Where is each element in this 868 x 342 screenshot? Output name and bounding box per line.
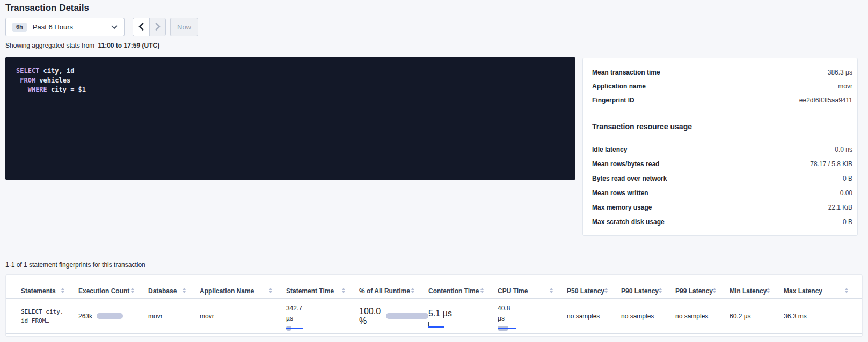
percent-unit: % bbox=[359, 316, 381, 326]
summary-value: 0 B bbox=[843, 218, 852, 226]
column-header-p50-latency[interactable]: P50 Latency bbox=[567, 287, 621, 298]
column-header-max-latency[interactable]: Max Latency bbox=[784, 287, 862, 298]
column-header-p99-latency[interactable]: P99 Latency bbox=[675, 287, 730, 298]
summary-label: Max memory usage bbox=[592, 204, 652, 211]
column-header-label: CPU Time bbox=[498, 287, 528, 298]
percent-bar bbox=[386, 313, 428, 319]
sort-up-arrow bbox=[342, 288, 345, 290]
column-header-execution-count[interactable]: Execution Count bbox=[78, 287, 148, 298]
column-header-statements[interactable]: Statements bbox=[21, 287, 78, 298]
time-next-button[interactable] bbox=[149, 18, 165, 36]
column-header-cpu-time[interactable]: CPU Time bbox=[498, 287, 567, 298]
sort-up-arrow bbox=[550, 288, 553, 290]
sort-icon bbox=[61, 288, 64, 293]
time-range-badge: 6h bbox=[12, 23, 27, 32]
sort-icon bbox=[480, 288, 484, 293]
database-cell: movr bbox=[148, 313, 200, 320]
column-header-p90-latency[interactable]: P90 Latency bbox=[621, 287, 675, 298]
bar-line bbox=[498, 328, 516, 329]
summary-label: Application name bbox=[592, 83, 646, 90]
summary-row: Mean rows/bytes read78.17 / 5.8 KiB bbox=[592, 157, 852, 171]
execution-count-value: 263k bbox=[78, 313, 92, 320]
section-divider bbox=[0, 250, 868, 250]
execution-count-cell: 263k bbox=[78, 313, 148, 320]
summary-row: Mean transaction time386.3 µs bbox=[592, 65, 852, 79]
transaction-summary-card: Mean transaction time386.3 µsApplication… bbox=[582, 58, 858, 236]
cpu-time-cell-bar bbox=[498, 326, 516, 331]
summary-value: 22.1 KiB bbox=[828, 204, 852, 211]
chevron-left-icon bbox=[138, 23, 144, 32]
sort-down-arrow bbox=[713, 291, 716, 293]
resource-usage-rows: Idle latency0.0 nsMean rows/bytes read78… bbox=[592, 142, 852, 229]
p50-latency-cell: no samples bbox=[567, 313, 621, 320]
column-header-label: Application Name bbox=[200, 287, 254, 298]
sort-icon bbox=[767, 288, 770, 293]
summary-value: 386.3 µs bbox=[828, 69, 852, 76]
max-latency-cell: 36.3 ms bbox=[784, 313, 862, 320]
statement-time-cell-unit: µs bbox=[286, 314, 359, 324]
column-header-label: Execution Count bbox=[78, 287, 129, 298]
column-header-label: Statement Time bbox=[286, 287, 334, 298]
percent-value: 100.0 bbox=[359, 307, 381, 316]
sort-icon bbox=[845, 288, 848, 293]
bar-line bbox=[286, 328, 303, 329]
sort-down-arrow bbox=[550, 291, 553, 293]
sort-icon bbox=[550, 288, 553, 293]
time-range-dropdown[interactable]: 6h Past 6 Hours bbox=[5, 18, 125, 36]
sort-up-arrow bbox=[480, 288, 484, 290]
summary-rows: Mean transaction time386.3 µsApplication… bbox=[592, 65, 852, 107]
statement-time-cell: 342.7µs bbox=[286, 299, 359, 331]
statement-time-cell-bar bbox=[286, 326, 303, 331]
sort-up-arrow bbox=[61, 288, 64, 290]
sort-down-arrow bbox=[604, 291, 608, 293]
column-header-label: Database bbox=[148, 287, 177, 298]
statement-cell[interactable]: SELECT city,id FROM… bbox=[21, 307, 78, 325]
aggregated-stats-line: Showing aggregated stats from 11:00 to 1… bbox=[5, 42, 159, 49]
chevron-down-icon bbox=[111, 25, 118, 29]
summary-value: 0.00 bbox=[840, 189, 852, 197]
column-header-label: P90 Latency bbox=[621, 287, 659, 298]
column-header-database[interactable]: Database bbox=[148, 287, 200, 298]
time-step-buttons bbox=[133, 18, 166, 36]
sql-code: SELECT city, id FROM vehicles WHERE city… bbox=[16, 66, 565, 95]
sort-icon bbox=[411, 288, 414, 293]
sort-icon bbox=[269, 288, 272, 293]
p90-latency-cell: no samples bbox=[621, 313, 675, 320]
column-header-label: P99 Latency bbox=[675, 287, 713, 298]
column-header-statement-time[interactable]: Statement Time bbox=[286, 287, 359, 298]
contention-time-cell: 5.1 µs bbox=[428, 299, 498, 328]
column-header-of-all-runtime[interactable]: % of All Runtime bbox=[359, 287, 428, 298]
column-header-contention-time[interactable]: Contention Time bbox=[428, 287, 498, 298]
summary-divider bbox=[592, 113, 852, 113]
sort-up-arrow bbox=[845, 288, 848, 290]
sort-down-arrow bbox=[480, 291, 484, 293]
percent-of-runtime-cell: 100.0% bbox=[359, 307, 428, 326]
summary-value: ee2df683f5aa9411 bbox=[799, 96, 852, 104]
cpu-time-cell-value: 40.8 bbox=[498, 303, 567, 314]
chevron-right-icon bbox=[155, 23, 161, 32]
sort-up-arrow bbox=[604, 288, 608, 290]
summary-row: Max scratch disk usage0 B bbox=[592, 214, 852, 229]
contention-bar bbox=[428, 322, 444, 328]
sort-up-arrow bbox=[767, 288, 770, 290]
summary-label: Mean rows/bytes read bbox=[592, 160, 659, 168]
contention-value: 5.1 µs bbox=[428, 309, 498, 318]
sort-up-arrow bbox=[131, 288, 134, 290]
time-now-button[interactable]: Now bbox=[170, 18, 198, 36]
table-row[interactable]: SELECT city,id FROM…263kmovrmovr342.7µs1… bbox=[6, 299, 862, 334]
execution-count-bar bbox=[97, 313, 123, 319]
column-header-label: Max Latency bbox=[784, 287, 822, 298]
sql-line: FROM vehicles bbox=[16, 76, 565, 86]
cpu-time-cell-unit: µs bbox=[498, 314, 567, 324]
sort-down-arrow bbox=[342, 291, 345, 293]
summary-label: Max scratch disk usage bbox=[592, 218, 665, 226]
time-prev-button[interactable] bbox=[133, 18, 149, 36]
column-header-application-name[interactable]: Application Name bbox=[200, 287, 286, 298]
p99-latency-cell: no samples bbox=[675, 313, 730, 320]
aggregated-stats-prefix: Showing aggregated stats from bbox=[5, 42, 94, 49]
column-header-min-latency[interactable]: Min Latency bbox=[730, 287, 784, 298]
fingerprint-count-line: 1-1 of 1 statement fingerprints for this… bbox=[5, 261, 145, 269]
page-title: Transaction Details bbox=[5, 3, 89, 13]
summary-label: Idle latency bbox=[592, 146, 627, 153]
sort-down-arrow bbox=[767, 291, 770, 293]
